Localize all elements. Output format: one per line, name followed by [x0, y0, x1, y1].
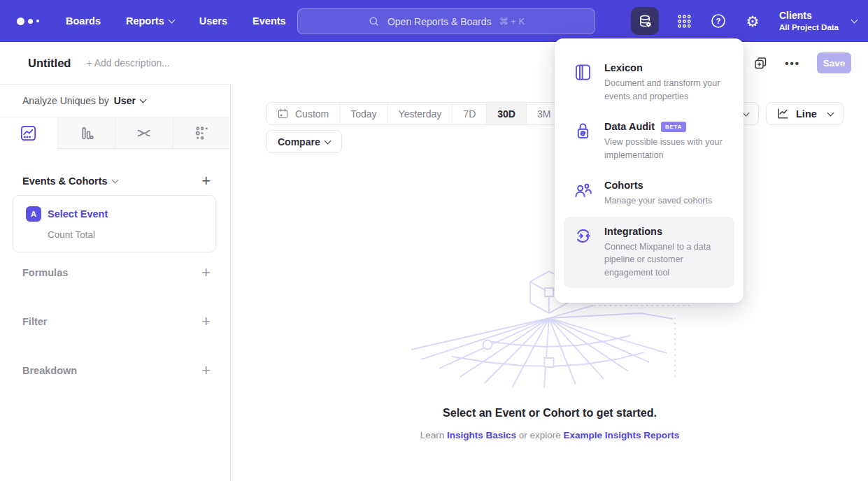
mixpanel-logo-icon[interactable] [17, 17, 39, 25]
empty-state-links: Learn Insights Basics or explore Example… [232, 430, 868, 440]
breakdown-section: Breakdown + [22, 363, 211, 378]
search-placeholder: Open Reports & Boards [387, 16, 492, 27]
menu-item-integrations[interactable]: Integrations Connect Mixpanel to a data … [564, 217, 734, 289]
org-name: Clients [779, 9, 839, 22]
tab-bar-chart[interactable] [57, 117, 115, 149]
analyze-label: Analyze Uniques by [22, 95, 109, 106]
global-search-input[interactable]: Open Reports & Boards ⌘ + K [297, 8, 595, 34]
insights-basics-link[interactable]: Insights Basics [447, 430, 516, 440]
chevron-down-icon [324, 137, 331, 144]
cohorts-users-icon [574, 180, 592, 199]
compare-label: Compare [278, 136, 320, 148]
data-management-button[interactable] [631, 7, 659, 35]
menu-item-title: Cohorts [604, 180, 643, 191]
nav-item-label: Reports [126, 15, 164, 27]
menu-item-title: Lexicon [604, 62, 643, 73]
grid-dots-icon [676, 13, 692, 29]
flow-chart-icon [135, 124, 152, 142]
chart-type-label: Line [796, 108, 817, 120]
date-range-label: Today [350, 108, 376, 120]
menu-item-cohorts[interactable]: Cohorts Manage your saved cohorts [564, 171, 734, 217]
nav-item-label: Boards [66, 15, 101, 27]
settings-button[interactable]: ⚙ [744, 12, 762, 30]
chevron-down-icon [743, 109, 750, 116]
tab-line-chart[interactable] [0, 117, 57, 149]
nav-item-label: Events [252, 15, 286, 27]
nav-item-events[interactable]: Events [252, 15, 286, 27]
chevron-down-icon [139, 96, 146, 103]
chevron-down-icon [851, 17, 858, 24]
menu-item-description: Document and transform your events and p… [604, 77, 732, 103]
add-formula-button[interactable]: + [201, 265, 211, 280]
search-shortcut-hint: ⌘ + K [499, 16, 525, 27]
menu-item-description: Connect Mixpanel to a data pipeline or c… [604, 240, 732, 280]
menu-item-description: Manage your saved cohorts [604, 194, 732, 208]
add-breakdown-button[interactable]: + [201, 363, 211, 378]
report-header-actions: ••• Save [753, 42, 851, 84]
line-chart-icon [20, 124, 37, 142]
add-description-field[interactable]: + Add description... [86, 57, 169, 69]
menu-item-description: View possible issues with your implement… [604, 136, 732, 161]
report-canvas: Custom Today Yesterday 7D 30D 3M 6M Line… [232, 84, 868, 481]
learn-prefix: Learn [420, 430, 447, 440]
nav-item-reports[interactable]: Reports [126, 15, 174, 27]
example-reports-link[interactable]: Example Insights Reports [564, 430, 680, 440]
event-aggregation-dropdown[interactable]: Count Total [48, 229, 203, 240]
event-card[interactable]: A Select Event Count Total [13, 195, 216, 252]
chevron-down-icon [111, 177, 118, 184]
nav-item-users[interactable]: Users [199, 15, 227, 27]
duplicate-report-icon[interactable] [753, 56, 768, 71]
empty-state: Select an Event or Cohort to get started… [232, 407, 868, 440]
apps-grid-button[interactable] [675, 12, 693, 30]
menu-item-title: Data Audit [604, 121, 655, 132]
filter-section: Filter + [22, 314, 211, 329]
data-audit-icon [574, 122, 592, 141]
gear-icon: ⚙ [746, 14, 760, 29]
analyze-uniques-row: Analyze Uniques by User [0, 85, 230, 117]
nav-item-label: Users [199, 15, 227, 27]
help-button[interactable]: ? [709, 12, 727, 30]
date-range-7d[interactable]: 7D [452, 103, 486, 124]
project-switcher[interactable]: Clients All Project Data [779, 9, 857, 33]
beta-badge: BETA [661, 122, 686, 132]
line-chart-icon [776, 107, 790, 120]
menu-item-lexicon[interactable]: Lexicon Document and transform your even… [564, 53, 734, 112]
chart-type-dropdown[interactable]: Line [766, 102, 844, 125]
menu-item-title: Integrations [604, 226, 662, 237]
svg-text:?: ? [716, 17, 720, 25]
event-letter-badge: A [26, 206, 41, 222]
tab-flow-chart[interactable] [115, 117, 173, 149]
tab-metrics-grid[interactable] [173, 117, 231, 149]
lexicon-book-icon [574, 63, 592, 82]
help-icon: ? [710, 13, 727, 29]
navbar-right-tools: ? ⚙ Clients All Project Data [631, 0, 857, 42]
bar-chart-icon [78, 124, 95, 142]
chevron-down-icon [168, 17, 175, 24]
primary-nav: Boards Reports Users Events [66, 15, 286, 27]
analyze-value-dropdown[interactable]: User [114, 95, 145, 106]
add-filter-button[interactable]: + [201, 314, 211, 329]
date-range-today[interactable]: Today [339, 103, 387, 124]
integrations-sync-icon [574, 227, 592, 245]
links-middle-text: or explore [516, 430, 564, 440]
compare-dropdown[interactable]: Compare [266, 130, 342, 153]
add-event-button[interactable]: + [201, 173, 211, 189]
select-event-button[interactable]: Select Event [48, 208, 108, 220]
more-options-button[interactable]: ••• [785, 57, 800, 69]
formulas-label: Formulas [22, 267, 68, 278]
data-management-popover: Lexicon Document and transform your even… [555, 38, 744, 303]
report-title[interactable]: Untitled [28, 57, 71, 70]
events-cohorts-label: Events & Cohorts [22, 175, 108, 187]
metrics-grid-icon [193, 124, 211, 142]
date-range-custom[interactable]: Custom [266, 103, 339, 124]
date-range-label: 3M [537, 108, 550, 120]
nav-item-boards[interactable]: Boards [66, 15, 101, 27]
date-range-yesterday[interactable]: Yesterday [387, 103, 453, 124]
menu-item-data-audit[interactable]: Data AuditBETA View possible issues with… [564, 112, 734, 171]
save-button[interactable]: Save [817, 52, 851, 73]
top-navbar: Boards Reports Users Events Open Reports… [0, 0, 868, 42]
search-icon [368, 15, 380, 27]
database-gear-icon [637, 13, 653, 29]
date-range-30d-selected[interactable]: 30D [486, 103, 526, 124]
formulas-section: Formulas + [22, 265, 211, 280]
